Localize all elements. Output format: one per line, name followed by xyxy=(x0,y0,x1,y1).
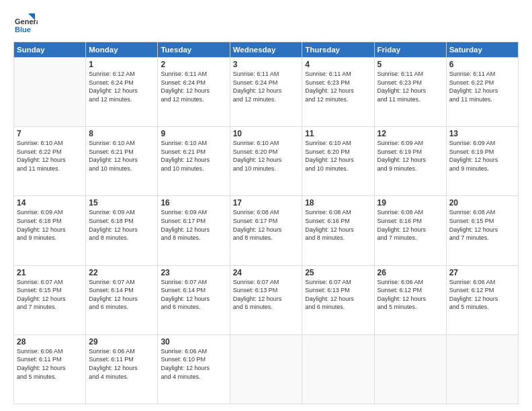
cell-info: Sunrise: 6:08 AM Sunset: 6:17 PM Dayligh… xyxy=(233,208,300,242)
calendar-cell: 12Sunrise: 6:09 AM Sunset: 6:19 PM Dayli… xyxy=(374,127,446,196)
calendar-cell: 2Sunrise: 6:11 AM Sunset: 6:24 PM Daylig… xyxy=(158,58,230,127)
cell-info: Sunrise: 6:07 AM Sunset: 6:14 PM Dayligh… xyxy=(161,278,226,312)
cell-info: Sunrise: 6:09 AM Sunset: 6:19 PM Dayligh… xyxy=(449,139,515,173)
week-row-1: 7Sunrise: 6:10 AM Sunset: 6:22 PM Daylig… xyxy=(14,127,519,196)
cell-info: Sunrise: 6:06 AM Sunset: 6:11 PM Dayligh… xyxy=(17,347,83,381)
cell-info: Sunrise: 6:10 AM Sunset: 6:20 PM Dayligh… xyxy=(305,139,371,173)
day-number: 18 xyxy=(305,198,371,208)
day-number: 11 xyxy=(305,129,371,138)
cell-info: Sunrise: 6:11 AM Sunset: 6:23 PM Dayligh… xyxy=(305,70,371,103)
cell-info: Sunrise: 6:09 AM Sunset: 6:19 PM Dayligh… xyxy=(378,139,443,173)
cell-info: Sunrise: 6:08 AM Sunset: 6:16 PM Dayligh… xyxy=(378,208,443,242)
week-row-4: 28Sunrise: 6:06 AM Sunset: 6:11 PM Dayli… xyxy=(14,334,519,404)
week-row-2: 14Sunrise: 6:09 AM Sunset: 6:18 PM Dayli… xyxy=(14,196,519,265)
calendar-cell: 15Sunrise: 6:09 AM Sunset: 6:18 PM Dayli… xyxy=(86,196,158,265)
day-number: 20 xyxy=(449,198,515,208)
day-number: 25 xyxy=(305,268,371,277)
cell-info: Sunrise: 6:11 AM Sunset: 6:23 PM Dayligh… xyxy=(378,70,443,103)
cell-info: Sunrise: 6:08 AM Sunset: 6:15 PM Dayligh… xyxy=(449,208,515,242)
cell-info: Sunrise: 6:12 AM Sunset: 6:24 PM Dayligh… xyxy=(89,70,154,103)
calendar-cell xyxy=(230,334,302,404)
calendar-cell: 18Sunrise: 6:08 AM Sunset: 6:16 PM Dayli… xyxy=(302,196,374,265)
calendar-cell: 26Sunrise: 6:06 AM Sunset: 6:12 PM Dayli… xyxy=(374,265,446,334)
day-number: 27 xyxy=(449,268,515,277)
calendar-cell: 10Sunrise: 6:10 AM Sunset: 6:20 PM Dayli… xyxy=(230,127,302,196)
day-number: 17 xyxy=(233,198,300,208)
calendar-cell xyxy=(446,334,518,404)
cell-info: Sunrise: 6:07 AM Sunset: 6:13 PM Dayligh… xyxy=(305,278,371,312)
cell-info: Sunrise: 6:06 AM Sunset: 6:10 PM Dayligh… xyxy=(161,347,226,381)
calendar-cell: 24Sunrise: 6:07 AM Sunset: 6:13 PM Dayli… xyxy=(230,265,302,334)
calendar-cell xyxy=(14,58,86,127)
header-day-monday: Monday xyxy=(86,42,158,58)
day-number: 9 xyxy=(161,129,226,138)
week-row-3: 21Sunrise: 6:07 AM Sunset: 6:15 PM Dayli… xyxy=(14,265,519,334)
logo: GeneralBlue xyxy=(13,12,38,36)
day-number: 24 xyxy=(233,268,300,277)
calendar-cell: 17Sunrise: 6:08 AM Sunset: 6:17 PM Dayli… xyxy=(230,196,302,265)
cell-info: Sunrise: 6:10 AM Sunset: 6:21 PM Dayligh… xyxy=(89,139,154,173)
calendar-cell: 22Sunrise: 6:07 AM Sunset: 6:14 PM Dayli… xyxy=(86,265,158,334)
day-number: 8 xyxy=(89,129,154,138)
calendar-cell xyxy=(374,334,446,404)
svg-text:Blue: Blue xyxy=(15,26,31,34)
logo-svg: GeneralBlue xyxy=(13,12,38,36)
header-day-friday: Friday xyxy=(374,42,446,58)
header-day-wednesday: Wednesday xyxy=(230,42,302,58)
day-number: 29 xyxy=(89,337,154,347)
calendar-cell: 21Sunrise: 6:07 AM Sunset: 6:15 PM Dayli… xyxy=(14,265,86,334)
cell-info: Sunrise: 6:06 AM Sunset: 6:12 PM Dayligh… xyxy=(378,278,443,312)
calendar-cell: 30Sunrise: 6:06 AM Sunset: 6:10 PM Dayli… xyxy=(158,334,230,404)
day-number: 10 xyxy=(233,129,300,138)
calendar: SundayMondayTuesdayWednesdayThursdayFrid… xyxy=(13,42,519,404)
calendar-body: 1Sunrise: 6:12 AM Sunset: 6:24 PM Daylig… xyxy=(14,58,519,404)
calendar-cell: 20Sunrise: 6:08 AM Sunset: 6:15 PM Dayli… xyxy=(446,196,518,265)
cell-info: Sunrise: 6:10 AM Sunset: 6:22 PM Dayligh… xyxy=(17,139,83,173)
calendar-cell: 13Sunrise: 6:09 AM Sunset: 6:19 PM Dayli… xyxy=(446,127,518,196)
day-number: 21 xyxy=(17,268,83,277)
calendar-cell: 19Sunrise: 6:08 AM Sunset: 6:16 PM Dayli… xyxy=(374,196,446,265)
day-number: 6 xyxy=(449,60,515,69)
cell-info: Sunrise: 6:11 AM Sunset: 6:22 PM Dayligh… xyxy=(449,70,515,103)
day-number: 5 xyxy=(378,60,443,69)
calendar-cell: 25Sunrise: 6:07 AM Sunset: 6:13 PM Dayli… xyxy=(302,265,374,334)
calendar-cell: 23Sunrise: 6:07 AM Sunset: 6:14 PM Dayli… xyxy=(158,265,230,334)
calendar-cell: 1Sunrise: 6:12 AM Sunset: 6:24 PM Daylig… xyxy=(86,58,158,127)
day-number: 4 xyxy=(305,60,371,69)
cell-info: Sunrise: 6:09 AM Sunset: 6:18 PM Dayligh… xyxy=(89,208,154,242)
cell-info: Sunrise: 6:10 AM Sunset: 6:20 PM Dayligh… xyxy=(233,139,300,173)
day-number: 12 xyxy=(378,129,443,138)
calendar-cell: 8Sunrise: 6:10 AM Sunset: 6:21 PM Daylig… xyxy=(86,127,158,196)
day-number: 22 xyxy=(89,268,154,277)
day-number: 2 xyxy=(161,60,226,69)
cell-info: Sunrise: 6:09 AM Sunset: 6:17 PM Dayligh… xyxy=(161,208,226,242)
cell-info: Sunrise: 6:08 AM Sunset: 6:16 PM Dayligh… xyxy=(305,208,371,242)
day-number: 19 xyxy=(378,198,443,208)
calendar-cell xyxy=(302,334,374,404)
day-number: 15 xyxy=(89,198,154,208)
calendar-cell: 29Sunrise: 6:06 AM Sunset: 6:11 PM Dayli… xyxy=(86,334,158,404)
day-number: 26 xyxy=(378,268,443,277)
day-number: 3 xyxy=(233,60,300,69)
page: GeneralBlue SundayMondayTuesdayWednesday… xyxy=(0,0,532,411)
cell-info: Sunrise: 6:07 AM Sunset: 6:14 PM Dayligh… xyxy=(89,278,154,312)
calendar-cell: 5Sunrise: 6:11 AM Sunset: 6:23 PM Daylig… xyxy=(374,58,446,127)
week-row-0: 1Sunrise: 6:12 AM Sunset: 6:24 PM Daylig… xyxy=(14,58,519,127)
calendar-header: SundayMondayTuesdayWednesdayThursdayFrid… xyxy=(14,42,519,58)
day-number: 16 xyxy=(161,198,226,208)
calendar-cell: 3Sunrise: 6:11 AM Sunset: 6:24 PM Daylig… xyxy=(230,58,302,127)
calendar-cell: 6Sunrise: 6:11 AM Sunset: 6:22 PM Daylig… xyxy=(446,58,518,127)
cell-info: Sunrise: 6:07 AM Sunset: 6:13 PM Dayligh… xyxy=(233,278,300,312)
header-day-tuesday: Tuesday xyxy=(158,42,230,58)
calendar-cell: 7Sunrise: 6:10 AM Sunset: 6:22 PM Daylig… xyxy=(14,127,86,196)
calendar-cell: 28Sunrise: 6:06 AM Sunset: 6:11 PM Dayli… xyxy=(14,334,86,404)
cell-info: Sunrise: 6:06 AM Sunset: 6:12 PM Dayligh… xyxy=(449,278,515,312)
cell-info: Sunrise: 6:10 AM Sunset: 6:21 PM Dayligh… xyxy=(161,139,226,173)
calendar-cell: 27Sunrise: 6:06 AM Sunset: 6:12 PM Dayli… xyxy=(446,265,518,334)
header: GeneralBlue xyxy=(13,12,519,36)
cell-info: Sunrise: 6:06 AM Sunset: 6:11 PM Dayligh… xyxy=(89,347,154,381)
calendar-cell: 4Sunrise: 6:11 AM Sunset: 6:23 PM Daylig… xyxy=(302,58,374,127)
calendar-cell: 14Sunrise: 6:09 AM Sunset: 6:18 PM Dayli… xyxy=(14,196,86,265)
header-row: SundayMondayTuesdayWednesdayThursdayFrid… xyxy=(14,42,519,58)
day-number: 14 xyxy=(17,198,83,208)
